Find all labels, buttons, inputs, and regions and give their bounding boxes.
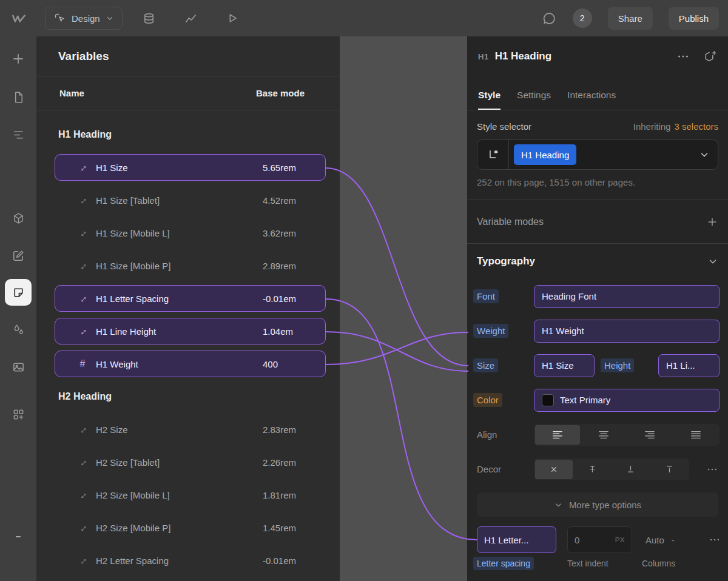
notification-count-badge[interactable]: 2: [573, 8, 592, 28]
apps-icon[interactable]: [5, 401, 32, 428]
assets-icon[interactable]: [5, 354, 32, 380]
columns-control[interactable]: Auto -: [642, 526, 678, 553]
variable-modes-row: Variable modes: [467, 200, 728, 244]
more-menu-icon[interactable]: [676, 50, 690, 63]
variable-value: 2.83rem: [263, 425, 296, 435]
align-justify-icon[interactable]: [673, 425, 718, 445]
share-button[interactable]: Share: [608, 7, 653, 30]
variable-row-h2-size-mobile-l[interactable]: ↔ H2 Size [Mobile L] 1.81rem: [36, 479, 340, 511]
overline-icon[interactable]: [651, 460, 689, 479]
variable-row-h2-size-tablet[interactable]: ↔ H2 Size [Tablet] 2.26rem: [36, 446, 340, 479]
line-height-value-field[interactable]: H1 Li...: [658, 354, 720, 377]
add-element-icon[interactable]: [5, 45, 32, 72]
styles-droplets-icon[interactable]: [5, 316, 32, 343]
decoration-none-icon[interactable]: [535, 460, 573, 479]
decoration-row: Decor: [467, 452, 728, 486]
add-variable-mode-icon[interactable]: [706, 216, 718, 228]
strikethrough-icon[interactable]: [574, 460, 612, 479]
size-variable-icon: ↔: [75, 487, 91, 503]
dash-icon[interactable]: [5, 523, 32, 550]
navigator-icon[interactable]: [5, 121, 32, 148]
underline-icon[interactable]: [612, 460, 650, 479]
preview-play-icon[interactable]: [226, 12, 239, 25]
weight-label[interactable]: Weight: [473, 324, 508, 338]
top-bar-right: 2 Share Publish: [542, 7, 728, 30]
color-label[interactable]: Color: [473, 393, 502, 407]
font-label[interactable]: Font: [473, 289, 499, 303]
decor-label: Decor: [477, 464, 501, 474]
weight-row: Weight H1 Weight: [467, 314, 728, 348]
components-icon[interactable]: [5, 205, 32, 232]
size-row: Size H1 Size Height H1 Li...: [467, 348, 728, 383]
inheriting-selectors-link[interactable]: 3 selectors: [674, 121, 718, 132]
style-panel: H1 H1 Heading Style Settings Interaction…: [467, 36, 728, 581]
variable-name: H1 Size [Mobile P]: [96, 261, 170, 271]
columns-stepper[interactable]: -: [672, 535, 675, 545]
variable-name: H2 Size [Mobile L]: [96, 490, 170, 500]
cms-database-icon[interactable]: [142, 12, 156, 25]
variable-name: H1 Letter Spacing: [96, 294, 169, 304]
variable-row-h1-size-mobile-l[interactable]: ↔ H1 Size [Mobile L] 3.62rem: [36, 217, 340, 249]
decoration-more-icon[interactable]: [706, 463, 718, 475]
align-right-icon[interactable]: [627, 425, 672, 445]
tab-style[interactable]: Style: [478, 90, 500, 110]
variable-name: H2 Size [Mobile P]: [96, 523, 170, 533]
style-selector-label: Style selector: [477, 121, 531, 132]
tab-settings[interactable]: Settings: [517, 90, 551, 110]
pages-icon[interactable]: [5, 84, 32, 110]
variable-row-h1-line-height[interactable]: ↔ H1 Line Height 1.04em: [36, 315, 340, 348]
size-label[interactable]: Size: [473, 358, 498, 372]
size-variable-icon: ↔: [75, 421, 91, 438]
style-panel-header: H1 H1 Heading: [467, 36, 728, 76]
webflow-logo-icon[interactable]: [0, 10, 38, 26]
color-value-text: Text Primary: [560, 395, 610, 405]
design-mode-dropdown[interactable]: Design: [45, 7, 123, 30]
comments-icon[interactable]: [542, 11, 557, 26]
variable-value: -0.01em: [263, 556, 296, 566]
selector-class-icon[interactable]: [477, 140, 509, 169]
variable-row-h2-size[interactable]: ↔ H2 Size 2.83rem: [36, 413, 340, 446]
chevron-down-icon: [106, 14, 114, 22]
size-variable-icon: ↔: [75, 323, 91, 340]
letter-spacing-value-field[interactable]: H1 Letter...: [477, 526, 556, 553]
font-row: Font Heading Font: [467, 279, 728, 314]
analytics-chart-icon[interactable]: [184, 12, 198, 25]
variable-row-h1-letter-spacing[interactable]: ↔ H1 Letter Spacing -0.01em: [36, 282, 340, 315]
size-variable-icon: ↔: [75, 160, 91, 176]
font-value-field[interactable]: Heading Font: [534, 285, 720, 308]
element-title: H1 Heading: [495, 50, 552, 62]
publish-button[interactable]: Publish: [669, 7, 719, 30]
type-bottom-controls: H1 Letter... 0 PX Auto -: [467, 526, 728, 553]
more-type-options-button[interactable]: More type options: [477, 492, 718, 517]
letter-spacing-label[interactable]: Letter spacing: [473, 557, 534, 570]
style-panel-tabs: Style Settings Interactions: [467, 76, 728, 110]
align-center-icon[interactable]: [581, 425, 626, 445]
color-value-field[interactable]: Text Primary: [534, 389, 720, 412]
design-cursor-icon: [53, 12, 66, 25]
height-label[interactable]: Height: [601, 358, 634, 372]
variables-panel-icon[interactable]: [5, 279, 32, 306]
size-value-field[interactable]: H1 Size: [534, 354, 595, 377]
section-label-h1: H1 Heading: [36, 118, 340, 151]
variable-row-h1-size-tablet[interactable]: ↔ H1 Size [Tablet] 4.52rem: [36, 184, 340, 217]
editor-icon[interactable]: [5, 242, 32, 269]
variable-row-h1-weight[interactable]: # H1 Weight 400: [36, 348, 340, 380]
variables-panel-title: Variables: [36, 36, 340, 76]
variable-row-h2-letter-spacing[interactable]: ↔ H2 Letter Spacing -0.01em: [36, 544, 340, 577]
variable-row-h2-size-mobile-p[interactable]: ↔ H2 Size [Mobile P] 1.45rem: [36, 511, 340, 544]
selected-class-chip[interactable]: H1 Heading: [514, 144, 576, 165]
element-tag: H1: [478, 52, 489, 61]
text-indent-input[interactable]: 0 PX: [567, 526, 632, 553]
bottom-more-icon[interactable]: [709, 534, 721, 546]
design-mode-label: Design: [72, 13, 100, 24]
typography-section-header[interactable]: Typography: [467, 244, 728, 279]
create-component-icon[interactable]: [703, 50, 717, 64]
weight-value-field[interactable]: H1 Weight: [534, 320, 720, 343]
canvas[interactable]: [340, 36, 467, 581]
style-selector-dropdown[interactable]: H1 Heading: [477, 139, 718, 170]
variable-row-h1-size-mobile-p[interactable]: ↔ H1 Size [Mobile P] 2.89rem: [36, 249, 340, 282]
chevron-down-icon[interactable]: [699, 149, 710, 160]
tab-interactions[interactable]: Interactions: [567, 90, 616, 110]
align-left-icon[interactable]: [535, 425, 580, 445]
variable-row-h1-size[interactable]: ↔ H1 Size 5.65rem: [36, 151, 340, 184]
